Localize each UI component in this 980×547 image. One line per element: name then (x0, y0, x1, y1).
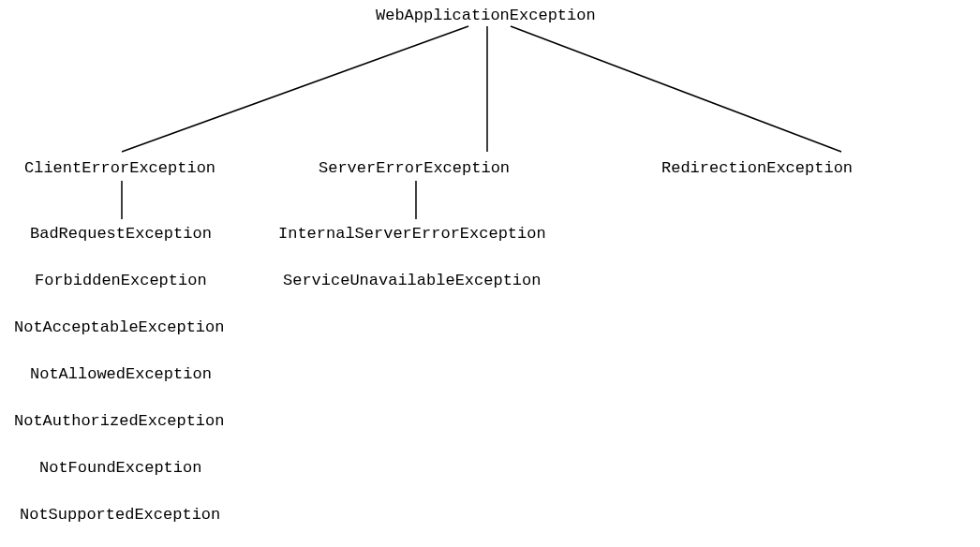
client-child-0: BadRequestException (30, 225, 212, 243)
client-child-2: NotAcceptableException (14, 318, 224, 336)
server-error-node: ServerErrorException (319, 159, 510, 177)
client-child-6: NotSupportedException (20, 506, 220, 524)
client-child-1: ForbiddenException (35, 272, 207, 289)
svg-line-2 (511, 26, 841, 152)
server-child-1: ServiceUnavailableException (283, 272, 541, 289)
client-child-5: NotFoundException (39, 459, 201, 477)
server-child-0: InternalServerErrorException (278, 225, 546, 243)
root-node: WebApplicationException (376, 7, 596, 24)
client-child-4: NotAuthorizedException (14, 412, 224, 430)
redirection-node: RedirectionException (661, 159, 853, 177)
client-child-3: NotAllowedException (30, 365, 212, 383)
svg-line-0 (122, 26, 468, 152)
client-error-node: ClientErrorException (24, 159, 215, 177)
